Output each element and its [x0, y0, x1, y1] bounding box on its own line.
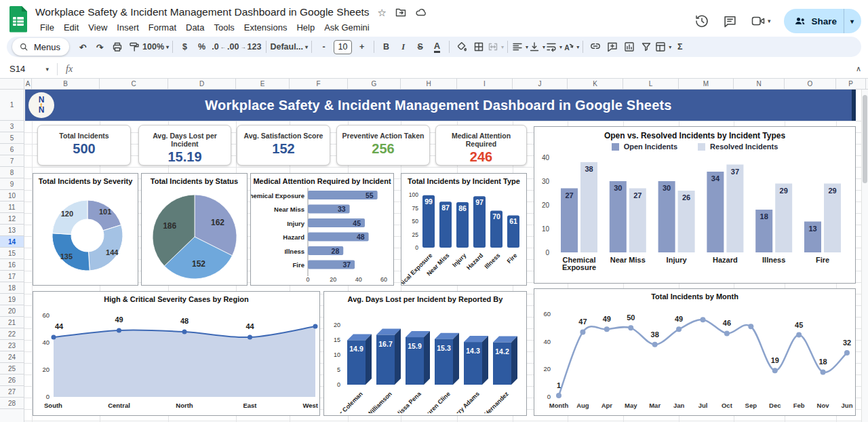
font-size-increase-button[interactable]: + [353, 39, 370, 56]
insert-chart-button-icon[interactable] [620, 39, 637, 56]
column-header-B[interactable]: B [32, 79, 100, 89]
table-button-icon[interactable]: ▾ [654, 39, 671, 56]
cloud-status-icon[interactable] [415, 6, 428, 18]
redo-button[interactable]: ↷ [92, 39, 108, 56]
create-filter-button-icon[interactable] [637, 39, 654, 56]
row-header-14[interactable]: 14 [0, 236, 24, 248]
column-header-C[interactable]: C [100, 79, 168, 89]
vertical-align-button-icon[interactable]: ▾ [528, 39, 545, 56]
row-header-1[interactable]: 1 [0, 90, 24, 121]
menu-item-view[interactable]: View [83, 21, 112, 34]
column-header-I[interactable]: I [457, 79, 513, 89]
row-header-26[interactable]: 26 [0, 375, 24, 386]
kpi-card-preventive-action-taken[interactable]: Preventive Action Taken256 [336, 125, 430, 166]
font-size-decrease-button[interactable]: - [315, 39, 332, 56]
decrease-decimal-button[interactable]: .0← [210, 39, 227, 56]
row-header-22[interactable]: 22 [0, 328, 24, 340]
menu-item-format[interactable]: Format [144, 21, 181, 34]
fill-color-button-icon[interactable] [453, 39, 470, 56]
menu-item-tools[interactable]: Tools [209, 21, 239, 34]
text-color-button[interactable]: A [429, 39, 446, 56]
row-header-28[interactable]: 28 [0, 398, 24, 409]
sheet-grid[interactable]: NtN Workplace Safety & Incident Manageme… [24, 90, 868, 422]
row-header-5[interactable]: 5 [0, 132, 24, 144]
comments-icon[interactable] [723, 14, 737, 28]
row-header-19[interactable]: 19 [0, 294, 24, 305]
row-header-3[interactable]: 3 [0, 121, 24, 132]
row-header-25[interactable]: 25 [0, 363, 24, 375]
google-sheets-logo-icon[interactable] [8, 5, 28, 33]
column-header-F[interactable]: F [290, 79, 348, 89]
column-header-M[interactable]: M [679, 79, 734, 89]
menu-item-data[interactable]: Data [181, 21, 209, 34]
column-header-D[interactable]: D [168, 79, 236, 89]
chart-panel-open-resolved[interactable]: Open vs. Resolved Incidents by Incident … [534, 126, 856, 284]
star-icon[interactable]: ☆ [378, 7, 387, 18]
row-header-23[interactable]: 23 [0, 340, 24, 351]
column-header-A[interactable]: A [24, 79, 32, 89]
insert-comment-button-icon[interactable] [604, 39, 620, 56]
row-header-21[interactable]: 21 [0, 317, 24, 328]
column-header-K[interactable]: K [568, 79, 623, 89]
kpi-card-medical-attention-required[interactable]: Medical Attention Required246 [435, 125, 527, 166]
functions-button[interactable]: Σ [671, 39, 688, 56]
menu-item-ask-gemini[interactable]: Ask Gemini [319, 21, 374, 34]
meet-dropdown-caret[interactable]: ▾ [768, 18, 771, 24]
move-folder-icon[interactable] [395, 6, 407, 18]
chart-panel-severity-donut[interactable]: Total Incidents by Severity 101144135120 [33, 173, 138, 286]
column-header-P[interactable]: P [836, 79, 866, 89]
row-header-7[interactable]: 7 [0, 155, 24, 167]
row-header-24[interactable]: 24 [0, 351, 24, 363]
kpi-card-total-incidents[interactable]: Total Incidents500 [37, 125, 131, 166]
paint-format-button-icon[interactable] [125, 39, 142, 56]
row-header-6[interactable]: 6 [0, 144, 24, 155]
row-header-9[interactable]: 9 [0, 178, 24, 190]
column-header-E[interactable]: E [236, 79, 290, 89]
row-header-13[interactable]: 13 [0, 225, 24, 236]
text-rotate-button-icon[interactable]: A▾ [562, 39, 579, 56]
column-header-H[interactable]: H [401, 79, 457, 89]
borders-button-icon[interactable] [470, 39, 487, 56]
row-header-18[interactable]: 18 [0, 282, 24, 294]
currency-format-button[interactable]: $ [176, 39, 193, 56]
chart-panel-region-area[interactable]: High & Critical Severity Cases by Region… [33, 291, 320, 416]
row-header-27[interactable]: 27 [0, 386, 24, 398]
undo-button[interactable]: ↶ [75, 39, 92, 56]
percent-format-button[interactable]: % [193, 39, 210, 56]
text-wrap-button-icon[interactable]: ▾ [545, 39, 562, 56]
chart-panel-status-pie[interactable]: Total Incidents by Status 162152186 [141, 173, 248, 286]
column-header-G[interactable]: G [348, 79, 401, 89]
horizontal-align-button-icon[interactable]: ▾ [511, 39, 528, 56]
row-header-20[interactable]: 20 [0, 305, 24, 317]
kpi-card-avg-satisfaction-score[interactable]: Avg. Satisfaction Score152 [237, 125, 330, 166]
menu-item-insert[interactable]: Insert [112, 21, 144, 34]
bold-button[interactable]: B [378, 39, 395, 56]
zoom-select[interactable]: 100%▾ [142, 39, 169, 56]
vertical-scrollbar[interactable] [861, 90, 868, 422]
select-all-corner[interactable] [0, 79, 24, 90]
number-format-button[interactable]: 123 [245, 39, 262, 56]
row-header-11[interactable]: 11 [0, 202, 24, 213]
menu-item-file[interactable]: File [35, 21, 59, 34]
kpi-card-avg-days-lost-per-incident[interactable]: Avg. Days Lost per Incident15.19 [138, 125, 231, 166]
column-header-J[interactable]: J [513, 79, 568, 89]
increase-decimal-button[interactable]: .00→ [227, 39, 245, 56]
strikethrough-button[interactable]: S [412, 39, 429, 56]
collapse-formula-bar-icon[interactable]: ∧ [856, 64, 861, 73]
italic-button[interactable]: I [395, 39, 412, 56]
column-header-N[interactable]: N [734, 79, 785, 89]
chart-panel-month-line[interactable]: Total Incidents by Month 02040601Month47… [534, 288, 856, 416]
row-header-17[interactable]: 17 [0, 271, 24, 282]
row-header-8[interactable]: 8 [0, 167, 24, 178]
document-title[interactable]: Workplace Safety & Incident Management D… [35, 6, 370, 18]
menus-search-pill[interactable]: Menus [12, 38, 69, 56]
meet-video-icon[interactable]: ▾ [751, 14, 771, 28]
insert-link-button-icon[interactable] [587, 39, 604, 56]
chart-panel-medical-hbar[interactable]: Medical Attention Required by Incident 5… [250, 173, 394, 286]
menu-item-edit[interactable]: Edit [59, 21, 83, 34]
menu-item-help[interactable]: Help [292, 21, 319, 34]
column-header-O[interactable]: O [785, 79, 836, 89]
scrollbar-thumb[interactable] [863, 95, 867, 183]
share-button[interactable]: Share ▾ [784, 9, 861, 33]
share-dropdown-caret[interactable]: ▾ [844, 9, 860, 33]
